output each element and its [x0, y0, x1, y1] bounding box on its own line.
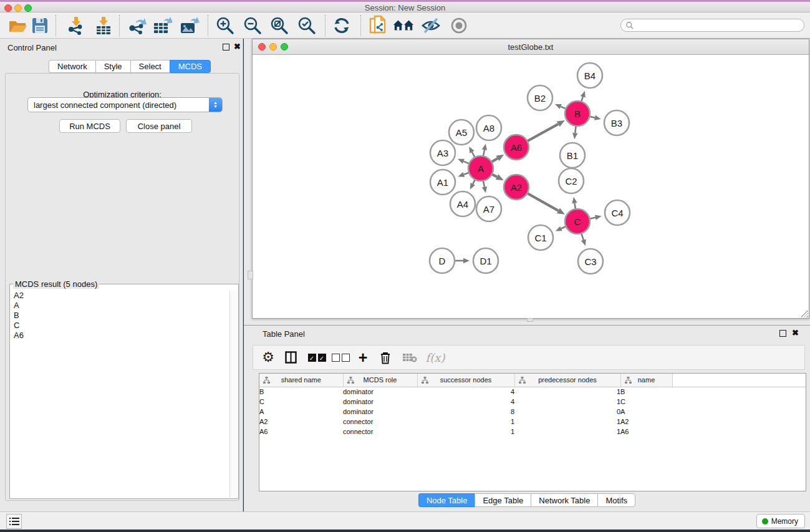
delete-column-button[interactable]: [375, 346, 395, 369]
column-header-shared-name[interactable]: shared name: [259, 374, 343, 387]
table-cell[interactable]: 1: [514, 417, 620, 427]
table-cell[interactable]: 4: [417, 397, 514, 407]
export-table-button[interactable]: [152, 14, 174, 37]
table-cell[interactable]: A: [259, 407, 343, 417]
tab-network-table[interactable]: Network Table: [531, 493, 597, 507]
search-input[interactable]: [634, 21, 804, 30]
search-field[interactable]: [620, 19, 804, 32]
column-header-successor-nodes[interactable]: successor nodes: [417, 374, 514, 387]
node-A[interactable]: A: [468, 156, 493, 181]
mcds-result-item[interactable]: C: [11, 321, 229, 331]
table-cell[interactable]: dominator: [343, 397, 417, 407]
table-row[interactable]: A2connector11A2: [259, 417, 806, 427]
table-cell[interactable]: 1: [514, 387, 620, 397]
export-image-button[interactable]: [178, 14, 201, 37]
tab-mcds[interactable]: MCDS: [170, 60, 211, 73]
window-resize-grip[interactable]: [801, 311, 808, 317]
table-cell[interactable]: 0: [514, 407, 620, 417]
table-cell[interactable]: A: [620, 407, 672, 417]
zoom-selected-button[interactable]: [296, 14, 318, 37]
criterion-dropdown[interactable]: largest connected component (directed) ▲…: [27, 97, 223, 112]
network-canvas[interactable]: B4B2BB3B1A5A8A6A3AA1A2C2A4A7C4CC1C3DD1: [253, 55, 809, 318]
table-row[interactable]: Cdominator41C: [259, 397, 806, 407]
column-header-predecessor-nodes[interactable]: predecessor nodes: [514, 374, 620, 387]
export-network-button[interactable]: [125, 14, 148, 37]
zoom-out-button[interactable]: [241, 14, 264, 37]
node-C1[interactable]: C1: [528, 225, 553, 250]
table-cell[interactable]: C: [620, 397, 672, 407]
memory-button[interactable]: Memory: [756, 514, 805, 528]
node-B4[interactable]: B4: [577, 63, 602, 88]
table-cell[interactable]: B: [259, 387, 343, 397]
table-cell[interactable]: C: [259, 397, 343, 407]
hide-graphics-details-button[interactable]: [420, 14, 442, 37]
open-session-button[interactable]: [6, 14, 29, 37]
node-A1[interactable]: A1: [430, 170, 455, 195]
node-C4[interactable]: C4: [605, 200, 630, 225]
node-A3[interactable]: A3: [430, 140, 455, 165]
node-A2[interactable]: A2: [504, 175, 529, 200]
column-header-name[interactable]: name: [620, 374, 672, 387]
zoom-fit-button[interactable]: [268, 14, 291, 37]
tab-motifs[interactable]: Motifs: [597, 493, 635, 507]
close-panel-icon[interactable]: ✖: [234, 42, 241, 51]
table-cell[interactable]: B: [620, 387, 672, 397]
node-B[interactable]: B: [565, 101, 590, 126]
tab-network[interactable]: Network: [49, 60, 95, 73]
select-all-button[interactable]: ✓ ✓: [306, 346, 328, 369]
tab-node-table[interactable]: Node Table: [418, 493, 475, 507]
deselect-all-button[interactable]: [329, 346, 352, 369]
table-cell[interactable]: A6: [620, 427, 672, 437]
clone-network-button[interactable]: [367, 14, 389, 37]
table-row[interactable]: Bdominator41B: [259, 387, 806, 397]
table-cell[interactable]: 1: [417, 417, 514, 427]
node-B2[interactable]: B2: [528, 85, 552, 110]
node-C[interactable]: C: [565, 209, 590, 234]
node-D[interactable]: D: [430, 248, 455, 273]
close-panel-icon[interactable]: ✖: [792, 328, 799, 337]
node-B3[interactable]: B3: [604, 110, 629, 135]
table-cell[interactable]: A2: [259, 417, 343, 427]
close-panel-button[interactable]: Close panel: [126, 119, 192, 133]
node-A5[interactable]: A5: [449, 120, 474, 145]
node-A7[interactable]: A7: [476, 196, 501, 221]
task-history-button[interactable]: [6, 514, 22, 529]
table-cell[interactable]: dominator: [343, 387, 417, 397]
node-A8[interactable]: A8: [476, 115, 501, 140]
float-panel-icon[interactable]: [779, 330, 786, 337]
tab-edge-table[interactable]: Edge Table: [475, 493, 531, 507]
table-settings-button[interactable]: ⚙: [258, 346, 278, 369]
save-session-button[interactable]: [29, 14, 51, 37]
zoom-in-button[interactable]: [214, 14, 236, 37]
splitter-handle-vertical[interactable]: [248, 271, 253, 279]
refresh-button[interactable]: [330, 14, 353, 37]
mcds-result-item[interactable]: A: [11, 301, 229, 311]
tab-style[interactable]: Style: [95, 60, 130, 73]
table-cell[interactable]: 4: [417, 387, 514, 397]
table-cell[interactable]: connector: [343, 427, 417, 437]
network-window-titlebar[interactable]: testGlobe.txt: [253, 39, 809, 55]
node-D1[interactable]: D1: [473, 248, 498, 273]
table-cell[interactable]: A6: [259, 427, 343, 437]
tab-select[interactable]: Select: [130, 60, 170, 73]
node-A4[interactable]: A4: [450, 191, 475, 216]
table-row[interactable]: Adominator80A: [259, 407, 806, 417]
table-cell[interactable]: dominator: [343, 407, 417, 417]
node-A6[interactable]: A6: [504, 135, 529, 160]
function-builder-button[interactable]: f(x): [423, 346, 448, 369]
splitter-handle-horizontal[interactable]: [527, 318, 533, 322]
table-cell[interactable]: 8: [417, 407, 514, 417]
add-column-button[interactable]: +: [353, 346, 373, 369]
mcds-result-list[interactable]: A2ABCA6: [11, 291, 229, 498]
show-graphics-details-button[interactable]: [448, 14, 470, 37]
node-C3[interactable]: C3: [578, 249, 603, 274]
run-mcds-button[interactable]: Run MCDS: [59, 119, 120, 133]
import-network-button[interactable]: [64, 14, 87, 37]
table-cell[interactable]: connector: [343, 417, 417, 427]
home-layout-button[interactable]: [392, 14, 415, 37]
float-panel-icon[interactable]: [223, 44, 229, 51]
column-header-MCDS-role[interactable]: MCDS role: [343, 374, 417, 387]
mcds-result-item[interactable]: B: [11, 311, 229, 321]
mcds-result-scrollbar[interactable]: [229, 291, 238, 498]
table-cell[interactable]: 1: [514, 397, 620, 407]
